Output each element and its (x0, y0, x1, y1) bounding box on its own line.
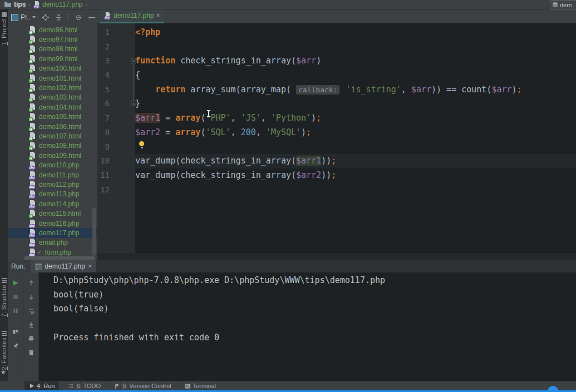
line-number[interactable]: 10 (97, 154, 135, 168)
code-area[interactable]: <?phpfunction check_strings_in_array($ar… (135, 23, 576, 255)
code-token: array (175, 113, 200, 123)
tree-vertical-scrollbar[interactable] (92, 208, 96, 256)
editor-body[interactable]: 123456789101112 <?phpfunction check_stri… (97, 23, 576, 253)
tree-file-item[interactable]: Hdemo109.html (8, 151, 97, 160)
tool-button-run[interactable]: 4: Run (24, 381, 59, 391)
tree-file-item[interactable]: Hdemo102.html (8, 83, 97, 92)
tool-button-terminal[interactable]: Terminal (180, 381, 221, 391)
tree-file-item[interactable]: Hdemo107.html (8, 131, 97, 141)
breadcrumb-project[interactable]: tips (14, 1, 26, 8)
code-line[interactable]: $arr1 = array('PHP', 'JS', 'Python'); (135, 111, 576, 126)
tool-button-todo[interactable]: 6: TODO (63, 381, 105, 391)
line-number[interactable]: 9 (97, 140, 135, 155)
locate-button[interactable] (42, 14, 49, 21)
hide-panel-button[interactable]: — (88, 13, 95, 21)
editor-tab-demo117[interactable]: php demo117.php × (100, 9, 164, 23)
tree-file-item[interactable]: phpdemo117.php (8, 228, 97, 237)
breadcrumb-file[interactable]: demo117.php (42, 1, 83, 8)
code-token: array_sum(array_map( (185, 85, 296, 95)
file-name: demo98.html (39, 45, 77, 53)
line-number[interactable]: 8 (97, 126, 135, 140)
soft-wrap-icon[interactable] (28, 307, 35, 314)
code-line[interactable] (135, 140, 576, 155)
line-number[interactable]: 2 (97, 40, 135, 54)
line-number[interactable]: 1 (97, 26, 135, 40)
tool-button-project[interactable]: 1: Project (0, 11, 8, 45)
run-configuration-select[interactable]: dem (550, 0, 576, 9)
line-number[interactable]: 5 (97, 83, 135, 97)
code-line[interactable]: function check_strings_in_array($arr) (135, 54, 576, 68)
down-arrow-icon[interactable] (28, 294, 35, 300)
intention-bulb-icon[interactable] (139, 141, 145, 148)
tree-file-item[interactable]: phpdemo112.php (8, 180, 97, 189)
restore-layout-icon[interactable] (12, 329, 19, 335)
editor-horizontal-scrollbar[interactable] (97, 253, 576, 260)
tool-button-label: Terminal (193, 383, 216, 389)
tree-file-item[interactable]: phpemail.php (8, 238, 97, 247)
code-line[interactable]: $arr2 = array('SQL', 200, 'MySQL'); (135, 126, 576, 140)
tool-button-version-control[interactable]: 9: Version Control (110, 381, 175, 391)
tool-button-favorites[interactable]: 2: Favorites (0, 329, 8, 370)
tree-file-item[interactable]: Hdemo103.html (8, 93, 97, 102)
tree-file-item[interactable]: Hdemo98.html (8, 44, 97, 54)
tree-file-item[interactable]: Hdemo96.html (8, 25, 97, 34)
tree-file-item[interactable]: phpdemo111.php (8, 170, 97, 180)
tree-file-item[interactable]: Hdemo97.html (8, 34, 97, 44)
file-name: demo114.php (39, 200, 80, 208)
fold-collapse-end-icon[interactable]: ∧ (131, 101, 136, 106)
scroll-to-end-icon[interactable] (28, 321, 35, 328)
tree-file-item[interactable]: Hdemo100.html (8, 64, 97, 73)
code-line[interactable]: } (135, 97, 576, 111)
tree-file-item[interactable]: Hdemo115.html (8, 209, 97, 218)
code-line[interactable] (135, 183, 576, 197)
project-tool-window: Pr.. — Hdemo96.htmlHdemo97.htmlHdemo98.h… (8, 9, 97, 260)
clear-all-icon[interactable] (28, 349, 35, 356)
line-number[interactable]: 7 (97, 111, 135, 126)
code-token: $arr1 (296, 156, 321, 166)
file-name: demo109.html (39, 152, 81, 160)
pin-icon[interactable] (12, 343, 19, 349)
close-tab-icon[interactable]: × (88, 262, 92, 270)
stripe-label: 1: Project (1, 19, 7, 45)
code-line[interactable]: { (135, 68, 576, 83)
line-number[interactable]: 3 (97, 54, 135, 68)
tree-horizontal-scrollbar[interactable] (24, 256, 95, 260)
code-token: ; (517, 85, 522, 95)
tree-file-item[interactable]: Hdemo108.html (8, 141, 97, 151)
tree-file-item[interactable]: phpdemo110.php (8, 160, 97, 170)
up-arrow-icon[interactable] (28, 280, 35, 286)
tree-file-item[interactable]: Hdemo106.html (8, 122, 97, 131)
tree-file-item[interactable]: Hdemo101.html (8, 73, 97, 83)
tree-file-item[interactable]: php✓form.php (8, 247, 97, 257)
project-view-selector[interactable]: Pr.. (21, 13, 31, 21)
tool-button-structure[interactable]: 7: Structure (0, 276, 8, 317)
collapse-all-button[interactable] (55, 14, 62, 21)
settings-button[interactable] (75, 14, 82, 21)
code-line[interactable]: return array_sum(array_map( callback: 'i… (135, 83, 576, 97)
pause-icon[interactable] (12, 307, 19, 314)
file-name: demo104.html (39, 103, 81, 111)
line-number[interactable]: 6 (97, 97, 135, 111)
run-tab-demo117[interactable]: demo117.php × (31, 260, 96, 272)
code-line[interactable]: <?php (135, 26, 576, 40)
stop-icon[interactable] (12, 294, 19, 300)
rerun-icon[interactable] (12, 280, 19, 286)
tree-file-item[interactable]: phpdemo114.php (8, 199, 97, 209)
run-console-output[interactable]: D:\phpStudy\php\php-7.0.8\php.exe D:\php… (39, 272, 576, 381)
close-tab-icon[interactable]: × (156, 12, 160, 19)
code-line[interactable]: var_dump(check_strings_in_array($arr2)); (135, 168, 576, 183)
tree-file-item[interactable]: Hdemo99.html (8, 54, 97, 63)
tree-file-item[interactable]: Hdemo104.html (8, 102, 97, 112)
tool-button-label: 4: Run (37, 383, 55, 389)
print-icon[interactable] (28, 335, 35, 342)
code-line[interactable]: var_dump(check_strings_in_array($arr1)); (135, 154, 576, 168)
file-name: demo99.html (39, 55, 77, 63)
fold-collapse-icon[interactable]: ∨ (131, 58, 136, 63)
tree-file-item[interactable]: phpdemo116.php (8, 219, 97, 228)
line-number[interactable]: 12 (97, 183, 135, 197)
line-number[interactable]: 4 (97, 68, 135, 83)
code-line[interactable] (135, 40, 576, 54)
tree-file-item[interactable]: Hdemo105.html (8, 112, 97, 122)
line-number[interactable]: 11 (97, 168, 135, 183)
tree-file-item[interactable]: phpdemo113.php (8, 190, 97, 199)
